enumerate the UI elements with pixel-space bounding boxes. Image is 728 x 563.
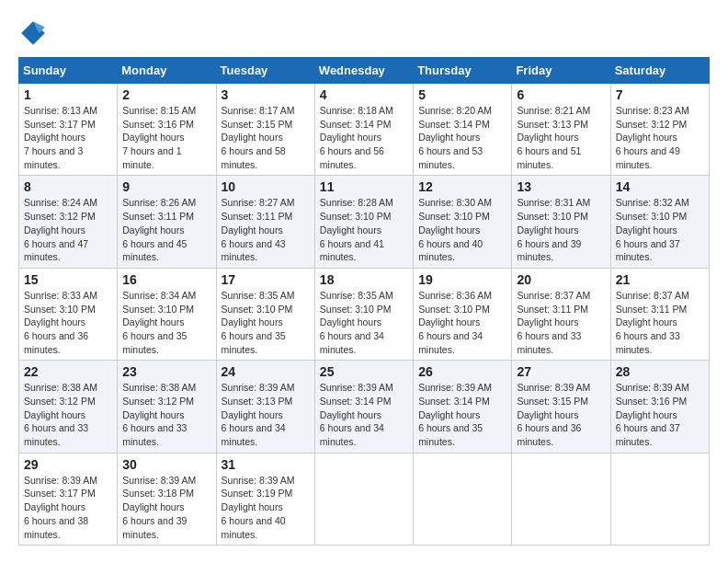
day-number: 1 xyxy=(24,87,112,102)
weekday-header-friday: Friday xyxy=(512,58,610,84)
day-info: Sunrise: 8:31 AM Sunset: 3:10 PM Dayligh… xyxy=(517,196,605,263)
calendar-cell: 23 Sunrise: 8:38 AM Sunset: 3:12 PM Dayl… xyxy=(118,361,216,453)
calendar-cell: 4 Sunrise: 8:18 AM Sunset: 3:14 PM Dayli… xyxy=(314,84,413,176)
day-info: Sunrise: 8:28 AM Sunset: 3:10 PM Dayligh… xyxy=(320,196,408,263)
day-info: Sunrise: 8:39 AM Sunset: 3:17 PM Dayligh… xyxy=(24,474,112,541)
day-number: 30 xyxy=(122,457,210,472)
day-number: 31 xyxy=(222,457,310,472)
day-number: 25 xyxy=(320,364,408,379)
day-number: 15 xyxy=(24,272,112,287)
day-number: 4 xyxy=(320,87,408,102)
calendar-cell: 9 Sunrise: 8:26 AM Sunset: 3:11 PM Dayli… xyxy=(118,176,216,268)
calendar-cell: 30 Sunrise: 8:39 AM Sunset: 3:18 PM Dayl… xyxy=(118,453,216,545)
day-number: 2 xyxy=(122,87,210,102)
calendar-cell: 18 Sunrise: 8:35 AM Sunset: 3:10 PM Dayl… xyxy=(314,268,413,360)
calendar-cell: 11 Sunrise: 8:28 AM Sunset: 3:10 PM Dayl… xyxy=(314,176,413,268)
day-info: Sunrise: 8:34 AM Sunset: 3:10 PM Dayligh… xyxy=(122,289,210,356)
weekday-header-wednesday: Wednesday xyxy=(314,58,413,84)
day-info: Sunrise: 8:26 AM Sunset: 3:11 PM Dayligh… xyxy=(122,196,210,263)
week-row-1: 1 Sunrise: 8:13 AM Sunset: 3:17 PM Dayli… xyxy=(19,84,710,176)
day-info: Sunrise: 8:39 AM Sunset: 3:14 PM Dayligh… xyxy=(320,381,408,448)
day-info: Sunrise: 8:36 AM Sunset: 3:10 PM Dayligh… xyxy=(418,289,506,356)
calendar-cell: 14 Sunrise: 8:32 AM Sunset: 3:10 PM Dayl… xyxy=(610,176,709,268)
weekday-header-row: SundayMondayTuesdayWednesdayThursdayFrid… xyxy=(19,58,710,84)
calendar-cell: 25 Sunrise: 8:39 AM Sunset: 3:14 PM Dayl… xyxy=(314,361,413,453)
day-info: Sunrise: 8:30 AM Sunset: 3:10 PM Dayligh… xyxy=(418,196,506,263)
day-number: 16 xyxy=(122,272,210,287)
day-info: Sunrise: 8:39 AM Sunset: 3:16 PM Dayligh… xyxy=(616,381,704,448)
calendar-cell: 3 Sunrise: 8:17 AM Sunset: 3:15 PM Dayli… xyxy=(216,84,314,176)
day-info: Sunrise: 8:39 AM Sunset: 3:14 PM Dayligh… xyxy=(418,381,506,448)
day-number: 12 xyxy=(418,179,506,194)
day-number: 3 xyxy=(222,87,310,102)
day-info: Sunrise: 8:32 AM Sunset: 3:10 PM Dayligh… xyxy=(616,196,704,263)
day-info: Sunrise: 8:15 AM Sunset: 3:16 PM Dayligh… xyxy=(122,104,210,171)
day-number: 27 xyxy=(517,364,605,379)
day-number: 20 xyxy=(517,272,605,287)
calendar-cell xyxy=(314,453,413,545)
day-info: Sunrise: 8:37 AM Sunset: 3:11 PM Dayligh… xyxy=(616,289,704,356)
calendar-cell: 31 Sunrise: 8:39 AM Sunset: 3:19 PM Dayl… xyxy=(216,453,314,545)
day-info: Sunrise: 8:35 AM Sunset: 3:10 PM Dayligh… xyxy=(222,289,310,356)
day-info: Sunrise: 8:37 AM Sunset: 3:11 PM Dayligh… xyxy=(517,289,605,356)
day-number: 17 xyxy=(222,272,310,287)
calendar-cell xyxy=(414,453,512,545)
day-number: 9 xyxy=(122,179,210,194)
calendar-cell xyxy=(512,453,610,545)
calendar-cell: 7 Sunrise: 8:23 AM Sunset: 3:12 PM Dayli… xyxy=(610,84,709,176)
day-number: 8 xyxy=(24,179,112,194)
day-number: 5 xyxy=(418,87,506,102)
calendar-cell: 13 Sunrise: 8:31 AM Sunset: 3:10 PM Dayl… xyxy=(512,176,610,268)
page-header xyxy=(18,18,710,48)
weekday-header-monday: Monday xyxy=(118,58,216,84)
day-info: Sunrise: 8:38 AM Sunset: 3:12 PM Dayligh… xyxy=(24,381,112,448)
calendar-cell: 29 Sunrise: 8:39 AM Sunset: 3:17 PM Dayl… xyxy=(19,453,118,545)
calendar-cell: 5 Sunrise: 8:20 AM Sunset: 3:14 PM Dayli… xyxy=(414,84,512,176)
day-info: Sunrise: 8:21 AM Sunset: 3:13 PM Dayligh… xyxy=(517,104,605,171)
calendar-cell: 15 Sunrise: 8:33 AM Sunset: 3:10 PM Dayl… xyxy=(19,268,118,360)
week-row-5: 29 Sunrise: 8:39 AM Sunset: 3:17 PM Dayl… xyxy=(19,453,710,545)
day-number: 14 xyxy=(616,179,704,194)
logo-icon xyxy=(18,18,48,48)
calendar-cell: 28 Sunrise: 8:39 AM Sunset: 3:16 PM Dayl… xyxy=(610,361,709,453)
calendar-cell: 27 Sunrise: 8:39 AM Sunset: 3:15 PM Dayl… xyxy=(512,361,610,453)
day-info: Sunrise: 8:39 AM Sunset: 3:18 PM Dayligh… xyxy=(122,474,210,541)
week-row-2: 8 Sunrise: 8:24 AM Sunset: 3:12 PM Dayli… xyxy=(19,176,710,268)
day-info: Sunrise: 8:38 AM Sunset: 3:12 PM Dayligh… xyxy=(122,381,210,448)
calendar-cell xyxy=(610,453,709,545)
day-number: 22 xyxy=(24,364,112,379)
day-info: Sunrise: 8:33 AM Sunset: 3:10 PM Dayligh… xyxy=(24,289,112,356)
day-info: Sunrise: 8:13 AM Sunset: 3:17 PM Dayligh… xyxy=(24,104,112,171)
calendar-cell: 21 Sunrise: 8:37 AM Sunset: 3:11 PM Dayl… xyxy=(610,268,709,360)
calendar-cell: 12 Sunrise: 8:30 AM Sunset: 3:10 PM Dayl… xyxy=(414,176,512,268)
day-number: 13 xyxy=(517,179,605,194)
day-number: 24 xyxy=(222,364,310,379)
calendar-cell: 22 Sunrise: 8:38 AM Sunset: 3:12 PM Dayl… xyxy=(19,361,118,453)
day-number: 23 xyxy=(122,364,210,379)
weekday-header-saturday: Saturday xyxy=(610,58,709,84)
day-number: 18 xyxy=(320,272,408,287)
calendar-cell: 1 Sunrise: 8:13 AM Sunset: 3:17 PM Dayli… xyxy=(19,84,118,176)
calendar-cell: 19 Sunrise: 8:36 AM Sunset: 3:10 PM Dayl… xyxy=(414,268,512,360)
day-number: 29 xyxy=(24,457,112,472)
week-row-4: 22 Sunrise: 8:38 AM Sunset: 3:12 PM Dayl… xyxy=(19,361,710,453)
calendar-cell: 24 Sunrise: 8:39 AM Sunset: 3:13 PM Dayl… xyxy=(216,361,314,453)
calendar-cell: 20 Sunrise: 8:37 AM Sunset: 3:11 PM Dayl… xyxy=(512,268,610,360)
day-number: 6 xyxy=(517,87,605,102)
day-info: Sunrise: 8:39 AM Sunset: 3:19 PM Dayligh… xyxy=(222,474,310,541)
calendar-cell: 16 Sunrise: 8:34 AM Sunset: 3:10 PM Dayl… xyxy=(118,268,216,360)
calendar-cell: 17 Sunrise: 8:35 AM Sunset: 3:10 PM Dayl… xyxy=(216,268,314,360)
day-info: Sunrise: 8:18 AM Sunset: 3:14 PM Dayligh… xyxy=(320,104,408,171)
day-info: Sunrise: 8:35 AM Sunset: 3:10 PM Dayligh… xyxy=(320,289,408,356)
day-info: Sunrise: 8:39 AM Sunset: 3:15 PM Dayligh… xyxy=(517,381,605,448)
calendar-table: SundayMondayTuesdayWednesdayThursdayFrid… xyxy=(18,57,710,546)
calendar-cell: 10 Sunrise: 8:27 AM Sunset: 3:11 PM Dayl… xyxy=(216,176,314,268)
day-number: 11 xyxy=(320,179,408,194)
day-number: 26 xyxy=(418,364,506,379)
day-info: Sunrise: 8:17 AM Sunset: 3:15 PM Dayligh… xyxy=(222,104,310,171)
weekday-header-thursday: Thursday xyxy=(414,58,512,84)
calendar-cell: 6 Sunrise: 8:21 AM Sunset: 3:13 PM Dayli… xyxy=(512,84,610,176)
day-number: 28 xyxy=(616,364,704,379)
day-number: 7 xyxy=(616,87,704,102)
day-number: 21 xyxy=(616,272,704,287)
